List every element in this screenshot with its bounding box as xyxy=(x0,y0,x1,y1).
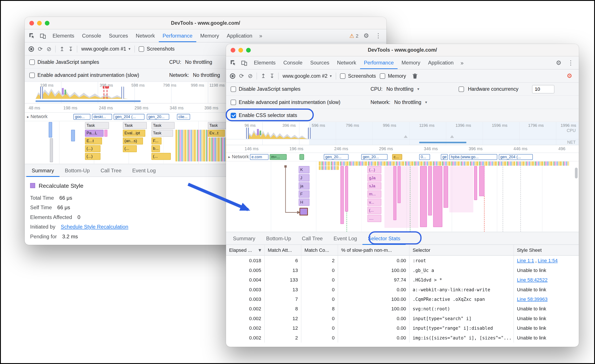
column-header-match-co-[interactable]: Match Co... xyxy=(301,245,338,255)
network-request-chip[interactable]: goo... xyxy=(73,114,90,120)
cpu-throttling-select[interactable]: CPU: No throttling ▾ xyxy=(370,86,419,92)
flame-event[interactable]: K xyxy=(298,166,309,173)
disclosure-triangle-icon[interactable]: ▸ xyxy=(228,155,230,159)
inspect-icon[interactable] xyxy=(27,31,37,41)
network-throttling-select[interactable]: Network: No throttling ▾ xyxy=(370,99,427,105)
flame-event[interactable] xyxy=(384,166,418,228)
stylesheet-link[interactable]: Line 58:42522 xyxy=(517,277,548,283)
flame-event[interactable] xyxy=(444,166,448,208)
tab-performance[interactable]: Performance xyxy=(360,56,398,69)
network-request-chip[interactable]: gen_20... xyxy=(147,114,169,120)
kebab-menu-icon[interactable]: ⋮ xyxy=(565,59,576,66)
tab-bottom-up[interactable]: Bottom-Up xyxy=(261,232,297,245)
tab-application[interactable]: Application xyxy=(424,56,457,69)
device-toolbar-icon[interactable] xyxy=(38,31,48,41)
flame-event[interactable] xyxy=(176,130,208,161)
zoom-button[interactable] xyxy=(45,21,49,25)
checkbox-box[interactable] xyxy=(29,59,35,65)
network-request-chip[interactable]: gen_204 (... xyxy=(113,114,144,120)
stylesheet-link[interactable]: Line 1:1 xyxy=(517,258,534,263)
flame-event[interactable]: Task xyxy=(208,122,227,129)
selection-handle-right[interactable] xyxy=(308,127,311,139)
flame-event[interactable]: F... xyxy=(151,137,161,144)
flame-event[interactable]: (an...s) xyxy=(123,137,143,144)
settings-gear-icon[interactable]: ⚙ xyxy=(553,59,564,66)
flame-event[interactable]: Task xyxy=(85,122,109,129)
zoom-button[interactable] xyxy=(246,48,251,52)
flame-event[interactable]: Pa...L xyxy=(85,130,103,137)
tab-call-tree[interactable]: Call Tree xyxy=(95,164,127,177)
tab-call-tree[interactable]: Call Tree xyxy=(297,232,328,245)
table-row[interactable]: 0.004133097.74.HG1dvd > *Line 58:42522 xyxy=(226,275,579,285)
tab-application[interactable]: Application xyxy=(223,29,256,42)
tab-memory[interactable]: Memory xyxy=(196,29,223,42)
column-header-selector[interactable]: Selector xyxy=(410,245,514,255)
tab-bottom-up[interactable]: Bottom-Up xyxy=(59,164,95,177)
flame-event[interactable]: Task xyxy=(151,122,175,129)
cpu-throttling-select[interactable]: CPU: No throttling xyxy=(169,59,212,65)
titlebar-front[interactable]: DevTools - www.google.com/ xyxy=(226,44,579,56)
flame-event[interactable] xyxy=(474,166,477,200)
flame-event[interactable] xyxy=(49,122,52,137)
hardware-concurrency-checkbox[interactable] xyxy=(459,86,464,92)
stylesheet-link[interactable]: Line 1:54 xyxy=(538,258,558,263)
titlebar-back[interactable]: DevTools - www.google.com/ xyxy=(25,17,386,29)
network-track-header[interactable]: ▸ Network xyxy=(27,114,48,119)
tab-sources[interactable]: Sources xyxy=(105,29,132,42)
memory-checkbox[interactable]: Memory xyxy=(380,73,406,79)
column-header-style-sheet[interactable]: Style Sheet xyxy=(514,245,579,255)
table-row[interactable]: 0.002200.00img:is([sizes="auto" i], [siz… xyxy=(226,333,579,343)
tab-summary[interactable]: Summary xyxy=(227,232,261,245)
flame-event[interactable] xyxy=(71,130,75,141)
network-track-header[interactable]: ▸ Network xyxy=(228,154,249,160)
history-select[interactable]: www.google.com #2 ▾ xyxy=(283,73,332,79)
flame-event[interactable]: E...t xyxy=(85,137,102,144)
scrollbar-thumb[interactable] xyxy=(575,168,577,178)
flame-event[interactable]: F xyxy=(298,190,309,198)
clear-button[interactable]: ⊘ xyxy=(248,72,253,79)
flame-event[interactable]: (...) xyxy=(368,166,381,173)
stylesheet-link[interactable]: Line 58:39963 xyxy=(517,296,548,302)
network-track-front[interactable]: ▸ Network e.comm=...gen_20...gen_20...c.… xyxy=(226,153,579,161)
flame-event[interactable]: m... xyxy=(368,190,381,198)
tab-elements[interactable]: Elements xyxy=(250,56,279,69)
flame-event[interactable]: (... xyxy=(368,207,381,214)
tab-summary[interactable]: Summary xyxy=(26,164,59,177)
minimize-button[interactable] xyxy=(238,48,243,52)
network-request-chip[interactable]: ge xyxy=(441,154,448,160)
network-request-chip[interactable]: c... xyxy=(392,154,402,160)
flame-event[interactable]: ja xyxy=(298,182,309,190)
reload-and-record-button[interactable]: ⟳ xyxy=(38,45,42,52)
issues-badge[interactable]: ⚠ 2 xyxy=(349,33,359,39)
table-row[interactable]: 0.0021200.00input[type="search" i]Unable… xyxy=(226,314,579,323)
timeline-overview-front[interactable]: 96 ms396 ms596 ms796 ms996 ms1196 ms1396… xyxy=(226,122,579,145)
tab-console[interactable]: Console xyxy=(78,29,105,42)
network-request-chip[interactable]: hpba (www.go... xyxy=(449,154,497,160)
flame-event[interactable]: Eval...ipt xyxy=(123,130,145,137)
device-toolbar-icon[interactable] xyxy=(239,58,249,68)
flame-event[interactable]: (...) xyxy=(85,145,100,152)
flame-event[interactable] xyxy=(398,166,401,203)
tab-performance[interactable]: Performance xyxy=(159,29,196,42)
save-profile-button[interactable]: ↧ xyxy=(269,72,274,79)
network-request-chip[interactable]: gen_204 (... xyxy=(499,154,533,160)
flame-event[interactable]: Ev...t xyxy=(208,130,225,137)
column-header-elapsed-[interactable]: Elapsed ...▼ xyxy=(226,245,265,255)
load-profile-button[interactable]: ↥ xyxy=(261,72,266,79)
flame-event[interactable]: J xyxy=(298,174,309,182)
flame-event[interactable] xyxy=(433,166,443,227)
network-request-chip[interactable]: gen_20... xyxy=(324,154,348,160)
table-row[interactable]: 0.00288100.00svg:not(:root)Unable to lin… xyxy=(226,304,579,313)
flame-event[interactable] xyxy=(479,166,484,196)
flame-event[interactable] xyxy=(209,137,227,161)
record-button[interactable] xyxy=(29,46,34,52)
flame-event[interactable]: Task xyxy=(151,130,173,137)
flame-event[interactable] xyxy=(319,161,569,166)
selection-handle-left[interactable] xyxy=(246,127,249,139)
network-request-chip[interactable] xyxy=(299,154,304,160)
hardware-concurrency-input[interactable] xyxy=(532,85,554,93)
flame-event[interactable] xyxy=(449,166,473,212)
network-request-chip[interactable]: m=... xyxy=(270,154,287,160)
disable-js-samples-checkbox[interactable]: Disable JavaScript samples xyxy=(231,86,300,92)
flame-event[interactable]: sJa xyxy=(368,182,381,190)
